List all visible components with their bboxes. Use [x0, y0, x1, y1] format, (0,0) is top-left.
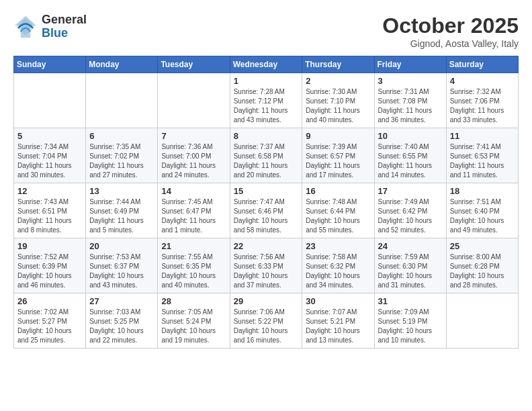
- day-number: 28: [161, 296, 226, 306]
- calendar-cell: 11Sunrise: 7:41 AM Sunset: 6:53 PM Dayli…: [446, 128, 518, 183]
- day-info: Sunrise: 7:30 AM Sunset: 7:10 PM Dayligh…: [306, 87, 370, 125]
- calendar-cell: 17Sunrise: 7:49 AM Sunset: 6:42 PM Dayli…: [374, 183, 446, 238]
- day-number: 11: [450, 131, 515, 141]
- calendar-cell: 26Sunrise: 7:02 AM Sunset: 5:27 PM Dayli…: [14, 293, 86, 349]
- day-info: Sunrise: 7:37 AM Sunset: 6:58 PM Dayligh…: [234, 142, 299, 180]
- calendar-cell: 13Sunrise: 7:44 AM Sunset: 6:49 PM Dayli…: [86, 183, 158, 238]
- day-info: Sunrise: 7:07 AM Sunset: 5:21 PM Dayligh…: [306, 308, 370, 345]
- day-number: 25: [450, 241, 515, 251]
- calendar-week-row: 19Sunrise: 7:52 AM Sunset: 6:39 PM Dayli…: [14, 238, 519, 293]
- day-info: Sunrise: 7:05 AM Sunset: 5:24 PM Dayligh…: [161, 308, 226, 345]
- day-number: 5: [17, 131, 82, 141]
- calendar-week-row: 26Sunrise: 7:02 AM Sunset: 5:27 PM Dayli…: [14, 293, 519, 349]
- calendar-cell: [14, 73, 86, 128]
- calendar-cell: 31Sunrise: 7:09 AM Sunset: 5:19 PM Dayli…: [374, 293, 446, 349]
- day-info: Sunrise: 7:58 AM Sunset: 6:32 PM Dayligh…: [306, 253, 370, 290]
- calendar-cell: 7Sunrise: 7:36 AM Sunset: 7:00 PM Daylig…: [158, 128, 230, 183]
- day-info: Sunrise: 7:41 AM Sunset: 6:53 PM Dayligh…: [450, 142, 515, 180]
- day-number: 26: [17, 296, 82, 306]
- day-info: Sunrise: 7:44 AM Sunset: 6:49 PM Dayligh…: [89, 197, 154, 235]
- day-info: Sunrise: 7:43 AM Sunset: 6:51 PM Dayligh…: [17, 197, 82, 235]
- day-number: 15: [234, 186, 299, 196]
- calendar-cell: 9Sunrise: 7:39 AM Sunset: 6:57 PM Daylig…: [302, 128, 374, 183]
- day-number: 2: [306, 76, 370, 86]
- weekday-header: Sunday: [14, 56, 86, 73]
- day-info: Sunrise: 7:02 AM Sunset: 5:27 PM Dayligh…: [17, 308, 82, 345]
- day-info: Sunrise: 7:52 AM Sunset: 6:39 PM Dayligh…: [17, 253, 82, 290]
- day-info: Sunrise: 7:56 AM Sunset: 6:33 PM Dayligh…: [234, 253, 299, 290]
- day-info: Sunrise: 7:28 AM Sunset: 7:12 PM Dayligh…: [234, 87, 299, 125]
- calendar-cell: 1Sunrise: 7:28 AM Sunset: 7:12 PM Daylig…: [230, 73, 302, 128]
- day-number: 7: [161, 131, 226, 141]
- calendar-cell: 3Sunrise: 7:31 AM Sunset: 7:08 PM Daylig…: [374, 73, 446, 128]
- weekday-header: Tuesday: [158, 56, 230, 73]
- calendar-cell: 16Sunrise: 7:48 AM Sunset: 6:44 PM Dayli…: [302, 183, 374, 238]
- day-number: 3: [378, 76, 443, 86]
- calendar-cell: 28Sunrise: 7:05 AM Sunset: 5:24 PM Dayli…: [158, 293, 230, 349]
- weekday-header: Monday: [86, 56, 158, 73]
- day-number: 1: [234, 76, 299, 86]
- day-number: 24: [378, 241, 443, 251]
- calendar-cell: 23Sunrise: 7:58 AM Sunset: 6:32 PM Dayli…: [302, 238, 374, 293]
- day-number: 14: [161, 186, 226, 196]
- calendar-cell: 6Sunrise: 7:35 AM Sunset: 7:02 PM Daylig…: [86, 128, 158, 183]
- calendar-cell: [158, 73, 230, 128]
- title-block: October 2025 Gignod, Aosta Valley, Italy: [382, 13, 519, 49]
- day-info: Sunrise: 7:51 AM Sunset: 6:40 PM Dayligh…: [450, 197, 515, 235]
- day-number: 17: [378, 186, 443, 196]
- calendar-cell: 30Sunrise: 7:07 AM Sunset: 5:21 PM Dayli…: [302, 293, 374, 349]
- day-number: 4: [450, 76, 515, 86]
- location: Gignod, Aosta Valley, Italy: [382, 38, 519, 49]
- day-info: Sunrise: 7:40 AM Sunset: 6:55 PM Dayligh…: [378, 142, 443, 180]
- day-info: Sunrise: 7:48 AM Sunset: 6:44 PM Dayligh…: [306, 197, 370, 235]
- day-info: Sunrise: 7:49 AM Sunset: 6:42 PM Dayligh…: [378, 197, 443, 235]
- calendar-cell: 21Sunrise: 7:55 AM Sunset: 6:35 PM Dayli…: [158, 238, 230, 293]
- day-number: 22: [234, 241, 299, 251]
- calendar-cell: 20Sunrise: 7:53 AM Sunset: 6:37 PM Dayli…: [86, 238, 158, 293]
- logo-text: General Blue: [42, 13, 87, 40]
- calendar-cell: 27Sunrise: 7:03 AM Sunset: 5:25 PM Dayli…: [86, 293, 158, 349]
- calendar-cell: 24Sunrise: 7:59 AM Sunset: 6:30 PM Dayli…: [374, 238, 446, 293]
- day-info: Sunrise: 7:36 AM Sunset: 7:00 PM Dayligh…: [161, 142, 226, 180]
- page-header: General Blue October 2025 Gignod, Aosta …: [13, 13, 519, 49]
- day-info: Sunrise: 7:47 AM Sunset: 6:46 PM Dayligh…: [234, 197, 299, 235]
- calendar-week-row: 1Sunrise: 7:28 AM Sunset: 7:12 PM Daylig…: [14, 73, 519, 128]
- weekday-header: Wednesday: [230, 56, 302, 73]
- day-number: 8: [234, 131, 299, 141]
- calendar-cell: 25Sunrise: 8:00 AM Sunset: 6:28 PM Dayli…: [446, 238, 518, 293]
- calendar-cell: 18Sunrise: 7:51 AM Sunset: 6:40 PM Dayli…: [446, 183, 518, 238]
- weekday-header: Saturday: [446, 56, 518, 73]
- calendar-week-row: 5Sunrise: 7:34 AM Sunset: 7:04 PM Daylig…: [14, 128, 519, 183]
- day-info: Sunrise: 7:32 AM Sunset: 7:06 PM Dayligh…: [450, 87, 515, 125]
- weekday-header: Thursday: [302, 56, 374, 73]
- calendar-cell: 2Sunrise: 7:30 AM Sunset: 7:10 PM Daylig…: [302, 73, 374, 128]
- day-number: 12: [17, 186, 82, 196]
- day-number: 18: [450, 186, 515, 196]
- day-number: 30: [306, 296, 370, 306]
- calendar-cell: 29Sunrise: 7:06 AM Sunset: 5:22 PM Dayli…: [230, 293, 302, 349]
- day-number: 29: [234, 296, 299, 306]
- logo: General Blue: [13, 13, 87, 40]
- day-number: 16: [306, 186, 370, 196]
- day-info: Sunrise: 7:55 AM Sunset: 6:35 PM Dayligh…: [161, 253, 226, 290]
- calendar-week-row: 12Sunrise: 7:43 AM Sunset: 6:51 PM Dayli…: [14, 183, 519, 238]
- month-title: October 2025: [382, 13, 519, 38]
- day-info: Sunrise: 7:34 AM Sunset: 7:04 PM Dayligh…: [17, 142, 82, 180]
- day-info: Sunrise: 7:59 AM Sunset: 6:30 PM Dayligh…: [378, 253, 443, 290]
- day-number: 10: [378, 131, 443, 141]
- calendar-cell: 15Sunrise: 7:47 AM Sunset: 6:46 PM Dayli…: [230, 183, 302, 238]
- day-info: Sunrise: 7:45 AM Sunset: 6:47 PM Dayligh…: [161, 197, 226, 235]
- day-info: Sunrise: 7:09 AM Sunset: 5:19 PM Dayligh…: [378, 308, 443, 345]
- day-info: Sunrise: 8:00 AM Sunset: 6:28 PM Dayligh…: [450, 253, 515, 290]
- day-number: 9: [306, 131, 370, 141]
- calendar-table: SundayMondayTuesdayWednesdayThursdayFrid…: [13, 56, 519, 349]
- calendar-cell: 8Sunrise: 7:37 AM Sunset: 6:58 PM Daylig…: [230, 128, 302, 183]
- day-number: 27: [89, 296, 154, 306]
- calendar-cell: [446, 293, 518, 349]
- day-info: Sunrise: 7:53 AM Sunset: 6:37 PM Dayligh…: [89, 253, 154, 290]
- logo-icon: [13, 15, 38, 39]
- calendar-cell: 14Sunrise: 7:45 AM Sunset: 6:47 PM Dayli…: [158, 183, 230, 238]
- weekday-header-row: SundayMondayTuesdayWednesdayThursdayFrid…: [14, 56, 519, 73]
- calendar-cell: 5Sunrise: 7:34 AM Sunset: 7:04 PM Daylig…: [14, 128, 86, 183]
- day-info: Sunrise: 7:35 AM Sunset: 7:02 PM Dayligh…: [89, 142, 154, 180]
